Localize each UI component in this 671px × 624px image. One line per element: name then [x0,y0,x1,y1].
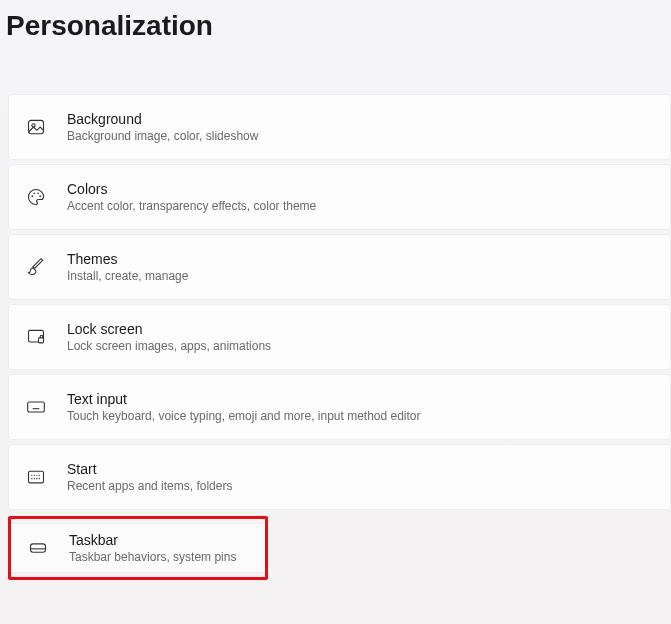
item-text: Start Recent apps and items, folders [67,461,232,493]
item-desc: Recent apps and items, folders [67,479,232,493]
item-text: Themes Install, create, manage [67,251,188,283]
item-title: Text input [67,391,421,407]
highlight-box: Taskbar Taskbar behaviors, system pins [8,516,268,580]
settings-list: Background Background image, color, slid… [0,66,671,580]
item-text: Lock screen Lock screen images, apps, an… [67,321,271,353]
item-start[interactable]: Start Recent apps and items, folders [8,444,671,510]
item-desc: Install, create, manage [67,269,188,283]
item-title: Colors [67,181,316,197]
svg-rect-0 [29,120,44,133]
svg-point-19 [39,475,40,476]
item-title: Start [67,461,232,477]
item-colors[interactable]: Colors Accent color, transparency effect… [8,164,671,230]
item-taskbar[interactable]: Taskbar Taskbar behaviors, system pins [11,523,265,573]
svg-point-21 [34,478,35,479]
item-background[interactable]: Background Background image, color, slid… [8,94,671,160]
item-desc: Accent color, transparency effects, colo… [67,199,316,213]
item-desc: Touch keyboard, voice typing, emoji and … [67,409,421,423]
item-text-input[interactable]: Text input Touch keyboard, voice typing,… [8,374,671,440]
taskbar-icon [27,537,49,559]
item-themes[interactable]: Themes Install, create, manage [8,234,671,300]
svg-point-5 [39,195,41,197]
svg-point-2 [31,195,33,197]
brush-icon [25,256,47,278]
svg-rect-7 [39,338,44,343]
item-lock-screen[interactable]: Lock screen Lock screen images, apps, an… [8,304,671,370]
svg-point-3 [34,192,36,194]
palette-icon [25,186,47,208]
svg-rect-24 [31,544,46,552]
item-title: Background [67,111,258,127]
svg-rect-15 [29,471,44,483]
item-desc: Lock screen images, apps, animations [67,339,271,353]
svg-point-4 [37,192,39,194]
svg-point-20 [31,478,32,479]
item-text: Background Background image, color, slid… [67,111,258,143]
item-title: Lock screen [67,321,271,337]
item-text: Taskbar Taskbar behaviors, system pins [69,532,236,564]
svg-point-17 [34,475,35,476]
image-icon [25,116,47,138]
item-text: Colors Accent color, transparency effect… [67,181,316,213]
item-text: Text input Touch keyboard, voice typing,… [67,391,421,423]
lockscreen-icon [25,326,47,348]
svg-point-22 [36,478,37,479]
svg-point-23 [39,478,40,479]
svg-rect-8 [28,402,45,412]
item-desc: Background image, color, slideshow [67,129,258,143]
item-title: Themes [67,251,188,267]
svg-point-18 [36,475,37,476]
page-title: Personalization [0,0,671,66]
svg-point-16 [31,475,32,476]
start-icon [25,466,47,488]
item-desc: Taskbar behaviors, system pins [69,550,236,564]
item-title: Taskbar [69,532,236,548]
keyboard-icon [25,396,47,418]
